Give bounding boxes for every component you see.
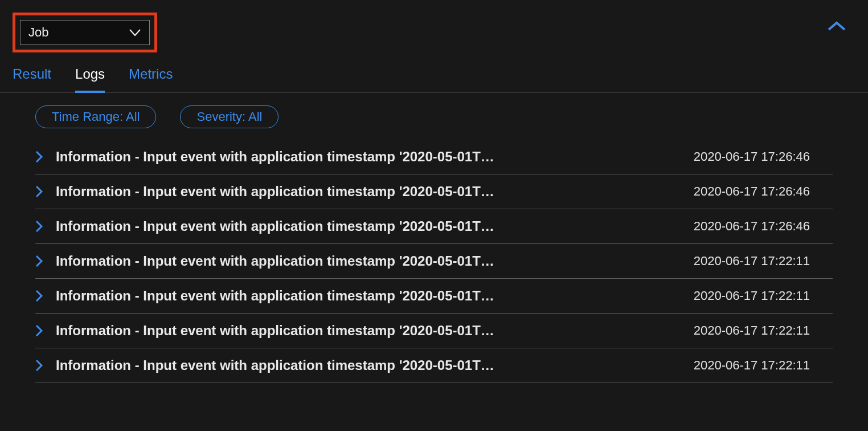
job-dropdown-label: Job (28, 25, 48, 40)
log-row[interactable]: Information - Input event with applicati… (35, 140, 833, 174)
log-row[interactable]: Information - Input event with applicati… (35, 244, 833, 279)
log-time: 2020-06-17 17:26:46 (694, 184, 833, 199)
tabs: Result Logs Metrics (0, 52, 868, 93)
log-time: 2020-06-17 17:26:46 (694, 149, 833, 164)
log-time: 2020-06-17 17:22:11 (694, 254, 833, 269)
chevron-right-icon (35, 324, 43, 338)
collapse-panel-button[interactable] (818, 13, 855, 42)
log-row[interactable]: Information - Input event with applicati… (35, 174, 833, 209)
job-dropdown[interactable]: Job (20, 20, 150, 45)
log-row[interactable]: Information - Input event with applicati… (35, 314, 833, 348)
log-time: 2020-06-17 17:22:11 (694, 358, 833, 373)
log-message: Information - Input event with applicati… (56, 218, 681, 234)
log-row[interactable]: Information - Input event with applicati… (35, 348, 833, 383)
chevron-right-icon (35, 254, 43, 268)
chevron-right-icon (35, 289, 43, 303)
chevron-down-icon (129, 25, 141, 40)
log-row[interactable]: Information - Input event with applicati… (35, 279, 833, 314)
severity-filter[interactable]: Severity: All (180, 105, 279, 128)
chevron-right-icon (35, 150, 43, 164)
top-bar: Job (0, 0, 868, 52)
log-message: Information - Input event with applicati… (56, 184, 681, 200)
log-time: 2020-06-17 17:22:11 (694, 323, 833, 338)
chevron-right-icon (35, 219, 43, 233)
log-message: Information - Input event with applicati… (56, 149, 681, 165)
time-range-filter[interactable]: Time Range: All (35, 105, 156, 128)
chevron-right-icon (35, 185, 43, 198)
tab-result[interactable]: Result (13, 66, 51, 92)
log-time: 2020-06-17 17:26:46 (694, 219, 833, 234)
dropdown-highlight-box: Job (13, 13, 157, 52)
log-list: Information - Input event with applicati… (0, 140, 868, 383)
log-row[interactable]: Information - Input event with applicati… (35, 209, 833, 244)
log-message: Information - Input event with applicati… (56, 357, 681, 373)
log-message: Information - Input event with applicati… (56, 323, 681, 339)
chevron-right-icon (35, 359, 43, 372)
tab-logs[interactable]: Logs (75, 66, 105, 92)
log-message: Information - Input event with applicati… (56, 253, 681, 269)
tab-metrics[interactable]: Metrics (129, 66, 173, 92)
log-time: 2020-06-17 17:22:11 (694, 288, 833, 303)
log-message: Information - Input event with applicati… (56, 288, 681, 304)
chevron-up-icon (827, 24, 846, 34)
filters-bar: Time Range: All Severity: All (0, 93, 868, 140)
